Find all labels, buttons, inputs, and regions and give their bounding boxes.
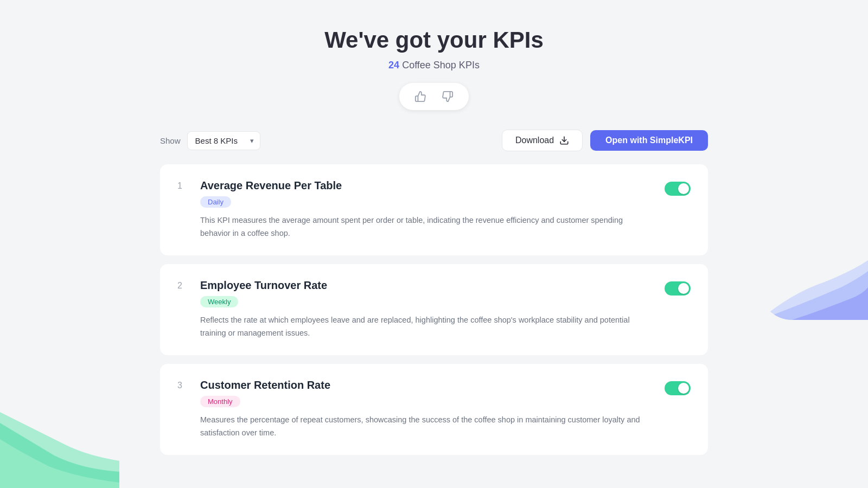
- kpi-badge-3: Monthly: [200, 396, 240, 407]
- kpi-desc-3: Measures the percentage of repeat custom…: [200, 414, 654, 440]
- toggle-track-1: [665, 182, 691, 196]
- kpi-count: 24: [388, 60, 399, 70]
- kpi-card-2: 2 Employee Turnover Rate Weekly Reflects…: [160, 264, 708, 355]
- kpi-body-2: Employee Turnover Rate Weekly Reflects t…: [200, 279, 654, 340]
- toggle-thumb-3: [678, 383, 689, 394]
- kpi-toggle-3[interactable]: [665, 379, 691, 395]
- thumbdown-button[interactable]: [438, 88, 457, 105]
- subtitle: 24 Coffee Shop KPIs: [160, 60, 708, 71]
- kpi-title-1: Average Revenue Per Table: [200, 179, 654, 192]
- toggle-switch-1[interactable]: [665, 182, 691, 196]
- toggle-switch-2[interactable]: [665, 281, 691, 296]
- kpi-toggle-1[interactable]: [665, 179, 691, 196]
- page-title: We've got your KPIs: [160, 27, 708, 53]
- kpi-list: 1 Average Revenue Per Table Daily This K…: [160, 164, 708, 464]
- thumbup-button[interactable]: [411, 88, 430, 105]
- decorative-blob-right: [760, 249, 868, 320]
- toggle-track-3: [665, 381, 691, 395]
- kpi-body-1: Average Revenue Per Table Daily This KPI…: [200, 179, 654, 240]
- kpi-badge-2: Weekly: [200, 296, 238, 307]
- open-simplekpi-button[interactable]: Open with SimpleKPI: [590, 130, 708, 151]
- kpi-card-3: 3 Customer Retention Rate Monthly Measur…: [160, 364, 708, 455]
- feedback-pill: [399, 83, 469, 110]
- kpi-title-3: Customer Retention Rate: [200, 379, 654, 391]
- kpi-toggle-2[interactable]: [665, 279, 691, 296]
- toolbar-actions: Download Open with SimpleKPI: [502, 130, 708, 151]
- toggle-track-2: [665, 281, 691, 296]
- kpi-desc-1: This KPI measures the average amount spe…: [200, 214, 654, 240]
- toggle-thumb-2: [678, 283, 689, 294]
- kpi-body-3: Customer Retention Rate Monthly Measures…: [200, 379, 654, 440]
- kpi-title-2: Employee Turnover Rate: [200, 279, 654, 292]
- toggle-thumb-1: [678, 183, 689, 194]
- kpi-card-1: 1 Average Revenue Per Table Daily This K…: [160, 164, 708, 255]
- decorative-blob-left: [0, 412, 119, 488]
- kpi-number-1: 1: [177, 179, 189, 191]
- kpi-number-2: 2: [177, 279, 189, 291]
- open-label: Open with SimpleKPI: [605, 136, 693, 145]
- kpi-count-select[interactable]: Best 8 KPIs All 24 KPIs Top 5 KPIs: [187, 131, 260, 150]
- download-label: Download: [515, 136, 554, 145]
- kpi-desc-2: Reflects the rate at which employees lea…: [200, 314, 654, 340]
- toolbar: Show Best 8 KPIs All 24 KPIs Top 5 KPIs …: [160, 130, 708, 151]
- show-label: Show: [160, 136, 181, 145]
- toggle-switch-3[interactable]: [665, 381, 691, 395]
- download-icon: [559, 136, 569, 145]
- download-button[interactable]: Download: [502, 130, 583, 151]
- kpi-number-3: 3: [177, 379, 189, 390]
- kpi-badge-1: Daily: [200, 196, 231, 208]
- show-section: Show Best 8 KPIs All 24 KPIs Top 5 KPIs …: [160, 131, 260, 150]
- kpi-select-wrapper: Best 8 KPIs All 24 KPIs Top 5 KPIs ▾: [187, 131, 260, 150]
- feedback-bar: [160, 83, 708, 110]
